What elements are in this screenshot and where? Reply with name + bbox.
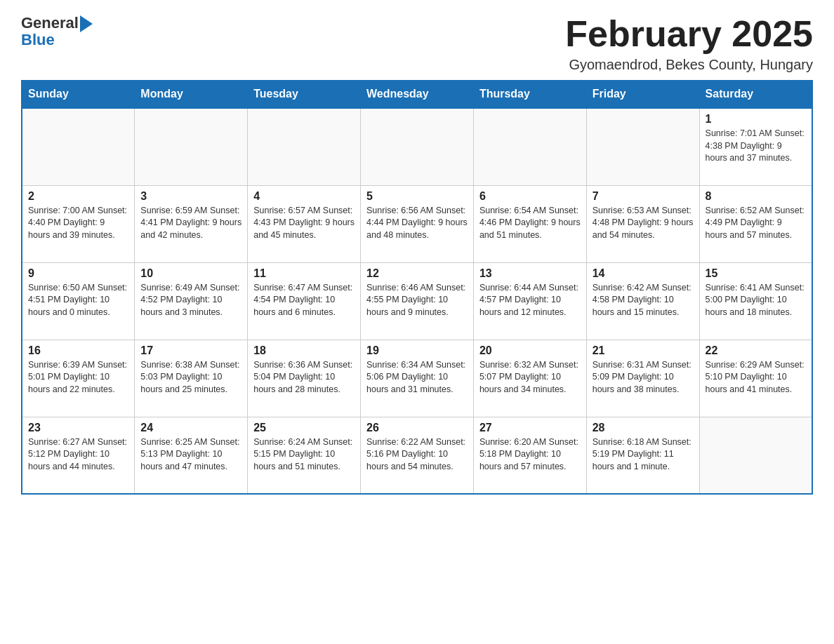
calendar-day-cell <box>473 108 586 185</box>
day-info: Sunrise: 6:57 AM Sunset: 4:43 PM Dayligh… <box>253 205 355 242</box>
calendar-week-row: 1Sunrise: 7:01 AM Sunset: 4:38 PM Daylig… <box>22 108 812 185</box>
weekday-header-row: SundayMondayTuesdayWednesdayThursdayFrid… <box>22 81 812 109</box>
day-number: 7 <box>593 190 694 203</box>
calendar-day-cell <box>361 108 474 185</box>
calendar-day-cell: 15Sunrise: 6:41 AM Sunset: 5:00 PM Dayli… <box>699 262 812 340</box>
day-number: 17 <box>140 344 241 357</box>
title-section: February 2025 Gyomaendrod, Bekes County,… <box>565 14 813 73</box>
calendar-day-cell <box>586 108 699 185</box>
weekday-header-sunday: Sunday <box>22 81 135 109</box>
day-number: 14 <box>593 267 694 280</box>
calendar-day-cell: 13Sunrise: 6:44 AM Sunset: 4:57 PM Dayli… <box>473 262 586 340</box>
calendar-day-cell: 7Sunrise: 6:53 AM Sunset: 4:48 PM Daylig… <box>586 185 699 262</box>
day-number: 22 <box>706 344 806 357</box>
calendar-day-cell: 12Sunrise: 6:46 AM Sunset: 4:55 PM Dayli… <box>361 262 474 340</box>
page-header: General Blue February 2025 Gyomaendrod, … <box>21 14 813 73</box>
calendar-day-cell: 5Sunrise: 6:56 AM Sunset: 4:44 PM Daylig… <box>361 185 474 262</box>
calendar-table: SundayMondayTuesdayWednesdayThursdayFrid… <box>21 80 813 495</box>
calendar-day-cell: 9Sunrise: 6:50 AM Sunset: 4:51 PM Daylig… <box>22 262 135 340</box>
location-text: Gyomaendrod, Bekes County, Hungary <box>565 57 813 73</box>
day-number: 24 <box>140 422 241 434</box>
day-number: 19 <box>366 344 468 357</box>
day-number: 20 <box>479 344 581 357</box>
calendar-day-cell: 25Sunrise: 6:24 AM Sunset: 5:15 PM Dayli… <box>248 417 361 494</box>
calendar-day-cell: 22Sunrise: 6:29 AM Sunset: 5:10 PM Dayli… <box>699 340 812 417</box>
weekday-header-thursday: Thursday <box>473 81 586 109</box>
day-info: Sunrise: 6:38 AM Sunset: 5:03 PM Dayligh… <box>140 359 241 396</box>
calendar-day-cell: 3Sunrise: 6:59 AM Sunset: 4:41 PM Daylig… <box>135 185 248 262</box>
day-info: Sunrise: 6:59 AM Sunset: 4:41 PM Dayligh… <box>140 205 241 242</box>
calendar-day-cell: 17Sunrise: 6:38 AM Sunset: 5:03 PM Dayli… <box>135 340 248 417</box>
calendar-day-cell: 26Sunrise: 6:22 AM Sunset: 5:16 PM Dayli… <box>361 417 474 494</box>
day-info: Sunrise: 6:24 AM Sunset: 5:15 PM Dayligh… <box>253 436 355 474</box>
calendar-day-cell <box>135 108 248 185</box>
day-number: 12 <box>366 267 468 280</box>
calendar-day-cell: 23Sunrise: 6:27 AM Sunset: 5:12 PM Dayli… <box>22 417 135 494</box>
day-number: 27 <box>479 422 581 434</box>
logo: General Blue <box>21 14 93 49</box>
calendar-day-cell: 6Sunrise: 6:54 AM Sunset: 4:46 PM Daylig… <box>473 185 586 262</box>
calendar-day-cell <box>248 108 361 185</box>
day-number: 6 <box>479 190 581 203</box>
day-info: Sunrise: 6:31 AM Sunset: 5:09 PM Dayligh… <box>593 359 694 396</box>
calendar-day-cell: 4Sunrise: 6:57 AM Sunset: 4:43 PM Daylig… <box>248 185 361 262</box>
day-number: 16 <box>28 344 128 357</box>
day-info: Sunrise: 6:56 AM Sunset: 4:44 PM Dayligh… <box>366 205 468 242</box>
day-number: 9 <box>28 267 128 280</box>
day-number: 2 <box>28 190 128 203</box>
calendar-day-cell: 28Sunrise: 6:18 AM Sunset: 5:19 PM Dayli… <box>586 417 699 494</box>
calendar-day-cell: 24Sunrise: 6:25 AM Sunset: 5:13 PM Dayli… <box>135 417 248 494</box>
calendar-day-cell: 2Sunrise: 7:00 AM Sunset: 4:40 PM Daylig… <box>22 185 135 262</box>
day-number: 10 <box>140 267 241 280</box>
day-number: 11 <box>253 267 355 280</box>
calendar-week-row: 16Sunrise: 6:39 AM Sunset: 5:01 PM Dayli… <box>22 340 812 417</box>
weekday-header-saturday: Saturday <box>699 81 812 109</box>
weekday-header-monday: Monday <box>135 81 248 109</box>
day-number: 3 <box>140 190 241 203</box>
month-title: February 2025 <box>565 14 813 54</box>
day-info: Sunrise: 6:27 AM Sunset: 5:12 PM Dayligh… <box>28 436 128 474</box>
day-number: 4 <box>253 190 355 203</box>
calendar-week-row: 9Sunrise: 6:50 AM Sunset: 4:51 PM Daylig… <box>22 262 812 340</box>
logo-general-text: General <box>21 14 79 32</box>
day-number: 18 <box>253 344 355 357</box>
weekday-header-wednesday: Wednesday <box>361 81 474 109</box>
calendar-day-cell: 20Sunrise: 6:32 AM Sunset: 5:07 PM Dayli… <box>473 340 586 417</box>
day-number: 1 <box>706 113 806 126</box>
weekday-header-friday: Friday <box>586 81 699 109</box>
calendar-day-cell: 21Sunrise: 6:31 AM Sunset: 5:09 PM Dayli… <box>586 340 699 417</box>
calendar-week-row: 2Sunrise: 7:00 AM Sunset: 4:40 PM Daylig… <box>22 185 812 262</box>
calendar-day-cell <box>22 108 135 185</box>
day-info: Sunrise: 6:22 AM Sunset: 5:16 PM Dayligh… <box>366 436 468 474</box>
calendar-day-cell: 10Sunrise: 6:49 AM Sunset: 4:52 PM Dayli… <box>135 262 248 340</box>
day-info: Sunrise: 7:01 AM Sunset: 4:38 PM Dayligh… <box>706 128 806 165</box>
calendar-day-cell: 18Sunrise: 6:36 AM Sunset: 5:04 PM Dayli… <box>248 340 361 417</box>
day-number: 8 <box>706 190 806 203</box>
day-number: 15 <box>706 267 806 280</box>
day-info: Sunrise: 6:41 AM Sunset: 5:00 PM Dayligh… <box>706 282 806 319</box>
day-info: Sunrise: 6:49 AM Sunset: 4:52 PM Dayligh… <box>140 282 241 319</box>
logo-arrow-icon <box>80 15 93 32</box>
day-info: Sunrise: 6:46 AM Sunset: 4:55 PM Dayligh… <box>366 282 468 319</box>
calendar-day-cell: 1Sunrise: 7:01 AM Sunset: 4:38 PM Daylig… <box>699 108 812 185</box>
day-info: Sunrise: 7:00 AM Sunset: 4:40 PM Dayligh… <box>28 205 128 242</box>
calendar-day-cell: 14Sunrise: 6:42 AM Sunset: 4:58 PM Dayli… <box>586 262 699 340</box>
calendar-week-row: 23Sunrise: 6:27 AM Sunset: 5:12 PM Dayli… <box>22 417 812 494</box>
day-number: 26 <box>366 422 468 434</box>
day-info: Sunrise: 6:42 AM Sunset: 4:58 PM Dayligh… <box>593 282 694 319</box>
day-info: Sunrise: 6:47 AM Sunset: 4:54 PM Dayligh… <box>253 282 355 319</box>
day-number: 21 <box>593 344 694 357</box>
day-info: Sunrise: 6:36 AM Sunset: 5:04 PM Dayligh… <box>253 359 355 396</box>
calendar-day-cell <box>699 417 812 494</box>
day-number: 28 <box>593 422 694 434</box>
day-info: Sunrise: 6:54 AM Sunset: 4:46 PM Dayligh… <box>479 205 581 242</box>
day-info: Sunrise: 6:50 AM Sunset: 4:51 PM Dayligh… <box>28 282 128 319</box>
calendar-day-cell: 19Sunrise: 6:34 AM Sunset: 5:06 PM Dayli… <box>361 340 474 417</box>
calendar-day-cell: 16Sunrise: 6:39 AM Sunset: 5:01 PM Dayli… <box>22 340 135 417</box>
day-info: Sunrise: 6:52 AM Sunset: 4:49 PM Dayligh… <box>706 205 806 242</box>
day-number: 25 <box>253 422 355 434</box>
day-info: Sunrise: 6:39 AM Sunset: 5:01 PM Dayligh… <box>28 359 128 396</box>
day-info: Sunrise: 6:34 AM Sunset: 5:06 PM Dayligh… <box>366 359 468 396</box>
calendar-day-cell: 27Sunrise: 6:20 AM Sunset: 5:18 PM Dayli… <box>473 417 586 494</box>
day-info: Sunrise: 6:20 AM Sunset: 5:18 PM Dayligh… <box>479 436 581 474</box>
